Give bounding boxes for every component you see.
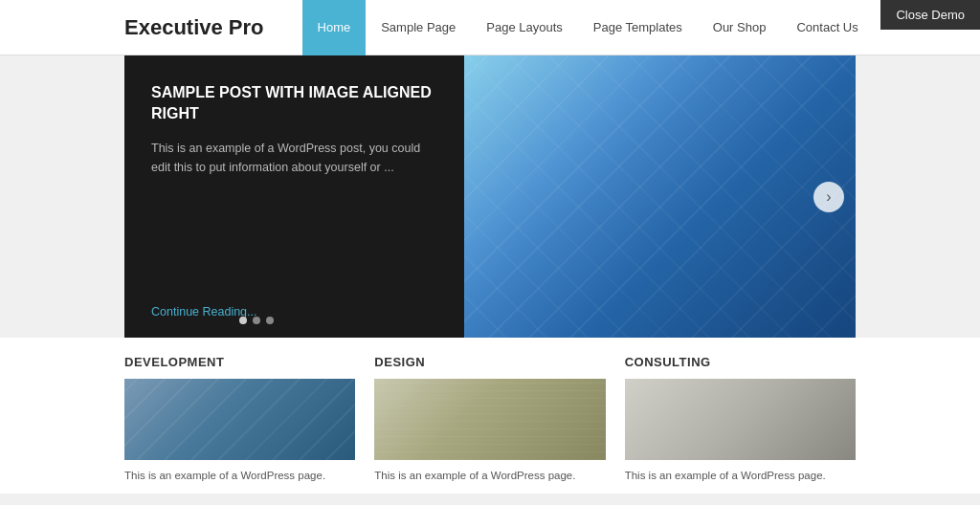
nav-page-templates[interactable]: Page Templates: [578, 0, 698, 55]
slider: SAMPLE POST WITH IMAGE ALIGNED RIGHT Thi…: [124, 55, 856, 338]
nav-page-layouts[interactable]: Page Layouts: [471, 0, 578, 55]
column-consulting-excerpt: This is an example of a WordPress page.: [625, 468, 856, 484]
nav-sample-page[interactable]: Sample Page: [366, 0, 471, 55]
slider-next-arrow[interactable]: ›: [813, 182, 844, 212]
content-area: SAMPLE POST WITH IMAGE ALIGNED RIGHT Thi…: [0, 55, 980, 338]
site-header: Executive Pro Home Sample Page Page Layo…: [0, 0, 980, 55]
bottom-section: DEVELOPMENT This is an example of a Word…: [0, 338, 980, 494]
site-title: Executive Pro: [124, 15, 264, 40]
slider-post-title: SAMPLE POST WITH IMAGE ALIGNED RIGHT: [151, 82, 437, 125]
slider-read-more-link[interactable]: Continue Reading...: [151, 305, 437, 318]
column-development-excerpt: This is an example of a WordPress page.: [124, 468, 355, 484]
slider-image-panel: ›: [464, 55, 856, 338]
slider-dot-2[interactable]: [253, 317, 260, 324]
close-demo-button[interactable]: Close Demo: [880, 0, 980, 30]
nav-contact-us[interactable]: Contact Us: [781, 0, 873, 55]
column-development-image: [124, 379, 355, 460]
column-design-excerpt: This is an example of a WordPress page.: [374, 468, 605, 484]
slider-post-excerpt: This is an example of a WordPress post, …: [151, 139, 437, 177]
site-wrapper: Executive Pro Home Sample Page Page Layo…: [0, 0, 980, 505]
column-design: DESIGN This is an example of a WordPress…: [374, 355, 605, 484]
site-nav: Home Sample Page Page Layouts Page Templ…: [302, 0, 874, 55]
column-design-title: DESIGN: [374, 355, 605, 369]
column-development: DEVELOPMENT This is an example of a Word…: [124, 355, 355, 484]
slider-dot-3[interactable]: [266, 317, 274, 324]
column-consulting-image: [625, 379, 856, 460]
column-consulting: CONSULTING This is an example of a WordP…: [625, 355, 856, 484]
slider-text-panel: SAMPLE POST WITH IMAGE ALIGNED RIGHT Thi…: [124, 55, 464, 338]
slider-hero-image: [464, 55, 856, 338]
slider-dots: [239, 317, 274, 324]
slider-dot-1[interactable]: [239, 317, 247, 324]
nav-home[interactable]: Home: [302, 0, 367, 55]
nav-our-shop[interactable]: Our Shop: [698, 0, 782, 55]
column-consulting-title: CONSULTING: [625, 355, 856, 369]
column-design-image: [374, 379, 605, 460]
feature-columns: DEVELOPMENT This is an example of a Word…: [0, 355, 980, 484]
column-development-title: DEVELOPMENT: [124, 355, 355, 369]
